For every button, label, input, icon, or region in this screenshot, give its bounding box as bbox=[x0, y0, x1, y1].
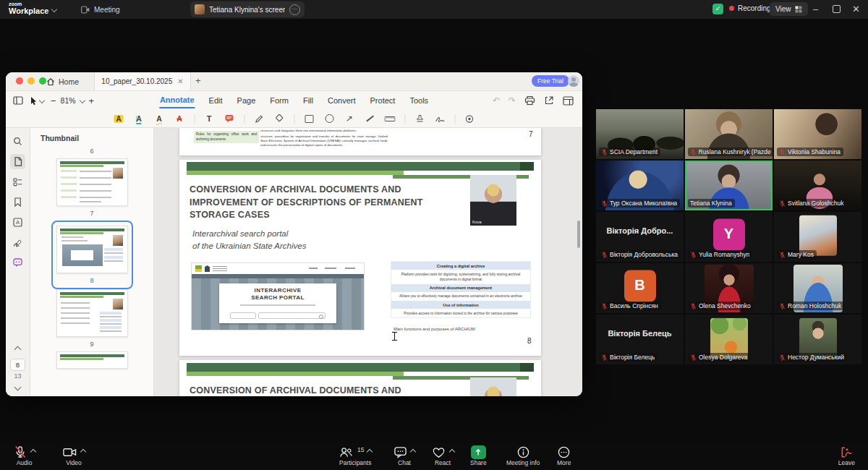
new-tab-button[interactable]: + bbox=[195, 75, 201, 86]
page-up-icon[interactable] bbox=[14, 346, 22, 354]
strikethrough-tool[interactable]: A bbox=[174, 113, 185, 124]
participants-button[interactable]: 15Participants bbox=[339, 445, 372, 466]
page-thumbnail[interactable] bbox=[56, 158, 128, 206]
participant-tile[interactable]: Olena Shevchenko bbox=[685, 263, 773, 313]
chevron-down-icon[interactable] bbox=[51, 7, 57, 12]
search-icon[interactable] bbox=[10, 134, 25, 149]
close-window-button[interactable]: ✕ bbox=[852, 4, 860, 14]
participant-tile[interactable]: Тур Оксана Миколаївна bbox=[596, 161, 684, 210]
zoom-out-button[interactable]: − bbox=[51, 95, 56, 106]
document-scrollbar[interactable] bbox=[577, 221, 580, 248]
select-tool-button[interactable] bbox=[30, 96, 44, 106]
outline-icon[interactable] bbox=[10, 174, 25, 189]
close-tab-icon[interactable]: ✕ bbox=[177, 77, 183, 85]
comment-tool[interactable] bbox=[224, 113, 235, 124]
page-thumbnail[interactable] bbox=[56, 289, 128, 337]
chevron-down-icon[interactable] bbox=[79, 98, 85, 103]
participant-tile[interactable]: Нестор Думанський bbox=[774, 315, 861, 364]
chevron-up-icon[interactable] bbox=[367, 449, 373, 455]
menu-tab-protect[interactable]: Protect bbox=[370, 93, 396, 108]
leave-button[interactable]: Leave bbox=[838, 445, 855, 466]
sidebar-toggle-icon[interactable] bbox=[13, 96, 23, 105]
close-traffic-light[interactable] bbox=[16, 77, 23, 85]
participant-tile[interactable]: Tetiana Klynina bbox=[685, 161, 773, 210]
participant-tile[interactable]: Roman Holoshchuk bbox=[774, 263, 861, 313]
maximize-window-button[interactable] bbox=[833, 5, 841, 13]
participant-tile[interactable]: Вікторія Добро...Вікторія Добровольська bbox=[596, 212, 684, 262]
menu-tab-convert[interactable]: Convert bbox=[327, 93, 357, 108]
page-thumbnail[interactable] bbox=[56, 351, 128, 369]
view-button[interactable]: View bbox=[770, 2, 808, 16]
video-button[interactable]: Video bbox=[62, 445, 85, 466]
chevron-up-icon[interactable] bbox=[80, 449, 86, 455]
undo-icon[interactable]: ↶ bbox=[493, 95, 500, 106]
page-down-icon[interactable] bbox=[14, 384, 22, 391]
text-tool[interactable]: T bbox=[203, 113, 215, 124]
share-button[interactable]: Share bbox=[470, 445, 487, 466]
menu-tab-annotate[interactable]: Annotate bbox=[159, 93, 195, 108]
recording-indicator[interactable]: Recording bbox=[729, 4, 771, 12]
zoom-level-value[interactable]: 81% bbox=[61, 96, 76, 105]
chevron-up-icon[interactable] bbox=[449, 449, 455, 455]
selected-thumbnail[interactable]: 8 bbox=[51, 221, 133, 289]
signature-tool[interactable] bbox=[434, 113, 446, 124]
participant-tile[interactable]: ВВасиль Спрінсян bbox=[596, 263, 684, 313]
line-tool[interactable] bbox=[364, 113, 375, 124]
arrow-tool[interactable]: ↗ bbox=[344, 113, 355, 124]
menu-tab-form[interactable]: Form bbox=[269, 93, 289, 108]
participant-tile[interactable]: Mary Kos bbox=[774, 212, 861, 262]
more-button[interactable]: More bbox=[557, 445, 571, 466]
document-tab[interactable]: 10_paper_30.10.2025 ✕ bbox=[94, 72, 191, 90]
stamp-tool[interactable] bbox=[414, 113, 425, 124]
current-page-value[interactable]: 8 bbox=[10, 359, 25, 371]
participant-tile[interactable]: Svitlana Goloshchuk bbox=[774, 161, 861, 210]
view-tool[interactable] bbox=[464, 113, 475, 124]
redo-icon[interactable]: ↷ bbox=[509, 95, 516, 106]
chevron-up-icon[interactable] bbox=[30, 449, 36, 455]
squiggly-tool[interactable]: A bbox=[153, 113, 165, 124]
pencil-tool[interactable] bbox=[253, 113, 265, 124]
pages-icon[interactable] bbox=[10, 154, 25, 169]
document-area[interactable]: Rules for organizing office work and arc… bbox=[154, 128, 582, 396]
measure-tool[interactable] bbox=[384, 113, 396, 124]
annotation-box-icon[interactable]: A bbox=[10, 215, 25, 230]
participant-tile[interactable]: Viktoriia Shabunina bbox=[774, 109, 861, 159]
rectangle-tool[interactable] bbox=[303, 113, 315, 124]
chevron-up-icon[interactable] bbox=[410, 449, 416, 455]
print-icon[interactable] bbox=[524, 95, 535, 106]
zoom-in-button[interactable]: + bbox=[89, 95, 95, 106]
participant-tile[interactable]: Olesya Dolgareva bbox=[685, 315, 773, 364]
eraser-tool[interactable] bbox=[273, 113, 285, 124]
bookmark-icon[interactable] bbox=[10, 195, 25, 210]
account-avatar[interactable] bbox=[568, 75, 579, 87]
home-tab[interactable]: Home bbox=[46, 75, 79, 87]
free-trial-badge[interactable]: Free Trial bbox=[532, 75, 569, 87]
ellipse-tool[interactable] bbox=[323, 113, 335, 124]
zoom-traffic-light[interactable] bbox=[39, 77, 46, 85]
tab-options-icon[interactable]: ··· bbox=[289, 4, 300, 15]
page-thumbnail[interactable] bbox=[56, 226, 128, 273]
minimize-window-button[interactable]: – bbox=[813, 4, 818, 14]
meeting-tab[interactable]: Meeting bbox=[81, 2, 120, 17]
highlight-tool[interactable]: A bbox=[113, 113, 124, 124]
participant-tile[interactable]: SCIA Department bbox=[596, 109, 684, 159]
export-icon[interactable] bbox=[544, 95, 554, 106]
participant-tile[interactable]: Ruslana Kushniryk (Pazderi bbox=[685, 109, 773, 159]
audio-button[interactable]: Audio bbox=[13, 445, 35, 466]
signature-pen-icon[interactable] bbox=[10, 235, 25, 250]
participant-tile[interactable]: YYulia Romanyshyn bbox=[685, 212, 773, 262]
shared-screen-tab[interactable]: Tetiana Klynina's screen ··· bbox=[190, 1, 305, 17]
security-shield-icon[interactable]: ✓ bbox=[712, 4, 723, 14]
react-button[interactable]: React bbox=[431, 445, 454, 466]
ai-assistant-icon[interactable] bbox=[10, 255, 25, 270]
meeting-info-button[interactable]: Meeting info bbox=[506, 445, 540, 466]
menu-tab-tools[interactable]: Tools bbox=[409, 93, 429, 108]
participant-tile[interactable]: Вікторія БелецьВікторія Белець bbox=[596, 315, 684, 364]
menu-tab-fill[interactable]: Fill bbox=[302, 93, 314, 108]
menu-tab-edit[interactable]: Edit bbox=[208, 93, 224, 108]
chat-button[interactable]: Chat bbox=[393, 445, 415, 466]
underline-tool[interactable]: A bbox=[133, 113, 145, 124]
menu-tab-page[interactable]: Page bbox=[237, 93, 257, 108]
minimize-traffic-light[interactable] bbox=[27, 77, 35, 85]
page-layout-icon[interactable] bbox=[563, 96, 574, 106]
